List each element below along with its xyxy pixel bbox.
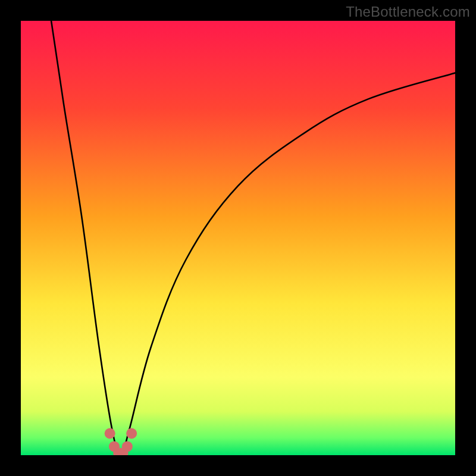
chart-frame: TheBottleneck.com [0, 0, 476, 476]
watermark-text: TheBottleneck.com [346, 4, 470, 20]
curve-marker [105, 428, 115, 439]
gradient-bg [21, 21, 455, 455]
curve-marker [122, 441, 133, 452]
bottleneck-chart [21, 21, 455, 455]
curve-marker [126, 428, 137, 439]
plot-area [21, 21, 455, 455]
